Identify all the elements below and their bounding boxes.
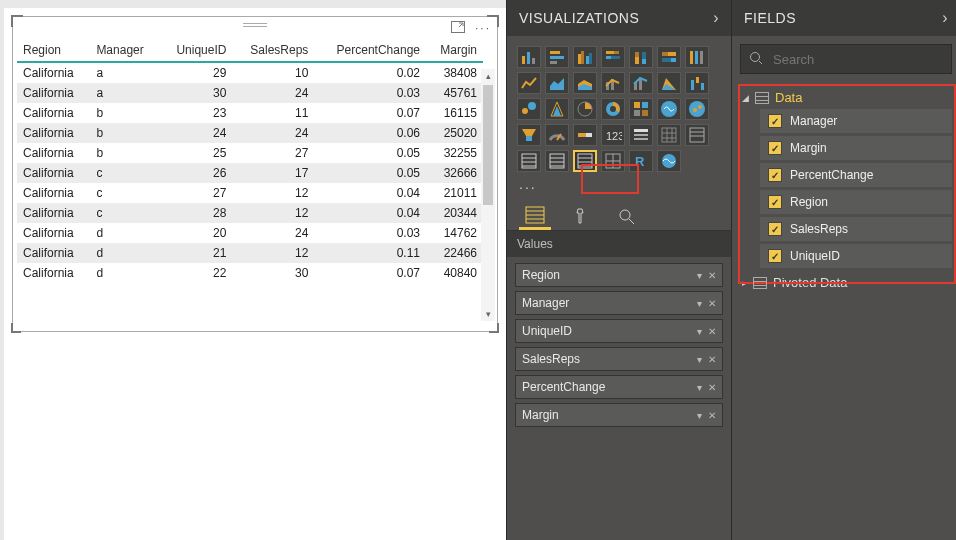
field-well-item[interactable]: Region▾✕ [515, 263, 723, 287]
checkbox-checked-icon[interactable]: ✓ [768, 114, 782, 128]
field-well-item[interactable]: UniqueID▾✕ [515, 319, 723, 343]
visualization-type-button[interactable] [685, 72, 709, 94]
visualization-type-button[interactable] [573, 46, 597, 68]
visualization-type-button[interactable] [685, 124, 709, 146]
column-header[interactable]: SalesReps [232, 39, 314, 62]
table-visual[interactable]: ··· RegionManagerUniqueIDSalesRepsPercen… [12, 16, 498, 332]
field-well-item[interactable]: Margin▾✕ [515, 403, 723, 427]
remove-icon[interactable]: ✕ [708, 298, 716, 309]
chevron-down-icon[interactable]: ▾ [697, 382, 702, 393]
visualization-type-button[interactable] [657, 124, 681, 146]
scroll-up-icon[interactable]: ▴ [481, 69, 495, 83]
chevron-down-icon[interactable]: ▾ [697, 298, 702, 309]
visualization-type-button[interactable] [517, 72, 541, 94]
table-visualization-button[interactable] [573, 150, 597, 172]
visualization-type-button[interactable] [517, 46, 541, 68]
field-well-item[interactable]: SalesReps▾✕ [515, 347, 723, 371]
drag-handle-icon[interactable] [243, 23, 267, 27]
more-visuals-icon[interactable]: ... [507, 174, 731, 194]
checkbox-checked-icon[interactable]: ✓ [768, 168, 782, 182]
focus-mode-icon[interactable] [451, 21, 465, 36]
field-item[interactable]: ✓SalesReps [760, 217, 952, 241]
table-row[interactable]: Californiab23110.0716115 [17, 103, 483, 123]
report-canvas[interactable]: ··· RegionManagerUniqueIDSalesRepsPercen… [0, 0, 506, 540]
visualization-type-button[interactable] [545, 124, 569, 146]
table-row[interactable]: Californiac26170.0532666 [17, 163, 483, 183]
column-header[interactable]: UniqueID [160, 39, 233, 62]
field-item[interactable]: ✓Margin [760, 136, 952, 160]
visualization-type-button[interactable] [685, 46, 709, 68]
visualization-type-button[interactable] [601, 46, 625, 68]
checkbox-checked-icon[interactable]: ✓ [768, 195, 782, 209]
table-node[interactable]: ◢Data [740, 86, 952, 109]
visualization-type-button[interactable] [573, 72, 597, 94]
table-row[interactable]: Californiab24240.0625020 [17, 123, 483, 143]
checkbox-checked-icon[interactable]: ✓ [768, 222, 782, 236]
checkbox-checked-icon[interactable]: ✓ [768, 249, 782, 263]
table-node[interactable]: ▸Pivoted Data [740, 271, 952, 294]
fields-header[interactable]: FIELDS › [732, 0, 956, 36]
remove-icon[interactable]: ✕ [708, 354, 716, 365]
visualization-type-button[interactable] [629, 72, 653, 94]
table-row[interactable]: Californiaa29100.0238408 [17, 62, 483, 83]
field-item[interactable]: ✓Region [760, 190, 952, 214]
visualization-type-button[interactable] [545, 46, 569, 68]
visualization-type-button[interactable]: R [629, 150, 653, 172]
visualization-type-button[interactable] [517, 98, 541, 120]
visualization-type-button[interactable] [629, 46, 653, 68]
field-well-item[interactable]: PercentChange▾✕ [515, 375, 723, 399]
field-item[interactable]: ✓PercentChange [760, 163, 952, 187]
visualization-type-button[interactable] [629, 124, 653, 146]
chevron-right-icon[interactable]: › [713, 9, 719, 27]
table-row[interactable]: Californiad22300.0740840 [17, 263, 483, 283]
visualization-type-button[interactable]: 123 [601, 124, 625, 146]
table-row[interactable]: Californiaa30240.0345761 [17, 83, 483, 103]
scrollbar[interactable]: ▴ ▾ [481, 69, 495, 321]
checkbox-checked-icon[interactable]: ✓ [768, 141, 782, 155]
chevron-right-icon[interactable]: › [942, 9, 948, 27]
visualization-type-button[interactable] [629, 98, 653, 120]
format-tab[interactable] [565, 202, 597, 230]
table-row[interactable]: Californiad21120.1122466 [17, 243, 483, 263]
values-well[interactable]: Region▾✕Manager▾✕UniqueID▾✕SalesReps▾✕Pe… [507, 257, 731, 433]
table-row[interactable]: Californiab25270.0532255 [17, 143, 483, 163]
column-header[interactable]: Margin [426, 39, 483, 62]
scroll-thumb[interactable] [483, 85, 493, 205]
field-item[interactable]: ✓UniqueID [760, 244, 952, 268]
visualization-type-button[interactable] [657, 98, 681, 120]
visualization-type-button[interactable] [573, 98, 597, 120]
fields-search[interactable] [740, 44, 952, 74]
chevron-down-icon[interactable]: ▾ [697, 410, 702, 421]
chevron-down-icon[interactable]: ▾ [697, 326, 702, 337]
visualization-type-button[interactable] [517, 124, 541, 146]
visualization-type-button[interactable] [657, 72, 681, 94]
field-well-item[interactable]: Manager▾✕ [515, 291, 723, 315]
visualization-type-button[interactable] [685, 98, 709, 120]
remove-icon[interactable]: ✕ [708, 410, 716, 421]
fields-tab[interactable] [519, 202, 551, 230]
visualization-type-button[interactable] [545, 150, 569, 172]
visualization-type-button[interactable] [545, 72, 569, 94]
remove-icon[interactable]: ✕ [708, 382, 716, 393]
visualization-type-button[interactable] [517, 150, 541, 172]
table-row[interactable]: Californiad20240.0314762 [17, 223, 483, 243]
visualization-type-button[interactable] [601, 150, 625, 172]
search-input[interactable] [771, 51, 943, 68]
visualization-type-button[interactable] [573, 124, 597, 146]
column-header[interactable]: Region [17, 39, 90, 62]
remove-icon[interactable]: ✕ [708, 270, 716, 281]
visualization-type-button[interactable] [545, 98, 569, 120]
column-header[interactable]: PercentChange [314, 39, 426, 62]
chevron-down-icon[interactable]: ▾ [697, 270, 702, 281]
visualization-type-button[interactable] [657, 46, 681, 68]
chevron-down-icon[interactable]: ▾ [697, 354, 702, 365]
visualization-type-button[interactable] [601, 98, 625, 120]
field-item[interactable]: ✓Manager [760, 109, 952, 133]
table-row[interactable]: Californiac27120.0421011 [17, 183, 483, 203]
visualization-type-button[interactable] [657, 150, 681, 172]
visualization-type-button[interactable] [601, 72, 625, 94]
more-options-icon[interactable]: ··· [475, 21, 491, 35]
column-header[interactable]: Manager [90, 39, 159, 62]
remove-icon[interactable]: ✕ [708, 326, 716, 337]
analytics-tab[interactable] [611, 202, 643, 230]
